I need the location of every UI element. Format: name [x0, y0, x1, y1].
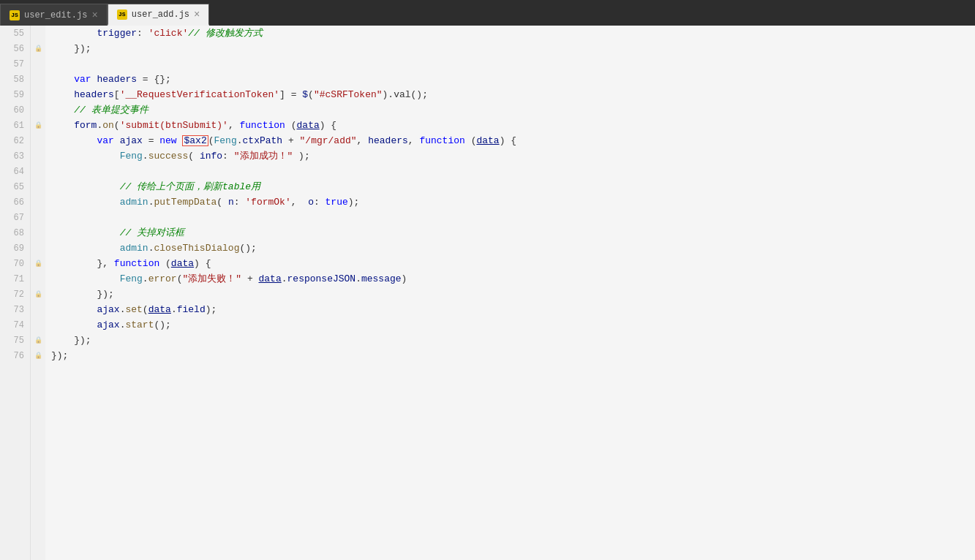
ln-62: 62	[9, 133, 24, 148]
code-line-73: ajax.set(data.field);	[51, 302, 975, 317]
gutter-75: 🔒	[31, 333, 45, 348]
gutter-76: 🔒	[31, 348, 45, 363]
ln-73: 73	[9, 302, 24, 317]
gutter-70: 🔒	[31, 256, 45, 271]
gutter: 🔒 🔒 🔒 🔒 🔒 🔒	[31, 26, 45, 560]
js-icon-user-edit: JS	[10, 10, 20, 20]
ln-68: 68	[9, 225, 24, 241]
code-line-57	[51, 56, 975, 72]
code-line-75: });	[51, 333, 975, 348]
tab-bar: JS user_edit.js × JS user_add.js ×	[0, 0, 975, 26]
gutter-69	[31, 241, 45, 256]
js-icon-user-add: JS	[117, 10, 127, 20]
ln-72: 72	[9, 287, 24, 302]
code-line-58: var headers = {};	[51, 72, 975, 87]
ln-65: 65	[9, 179, 24, 194]
ln-76: 76	[9, 348, 24, 363]
ln-67: 67	[9, 210, 24, 225]
ln-56: 56	[9, 41, 24, 56]
tab-close-user-add[interactable]: ×	[194, 10, 200, 20]
gutter-63	[31, 148, 45, 164]
gutter-60	[31, 102, 45, 118]
code-line-72: });	[51, 287, 975, 302]
gutter-62	[31, 133, 45, 148]
gutter-65	[31, 179, 45, 194]
tab-user-add[interactable]: JS user_add.js ×	[108, 4, 210, 26]
code-line-64	[51, 164, 975, 179]
gutter-73	[31, 302, 45, 317]
code-line-65: // 传给上个页面，刷新table用	[51, 179, 975, 194]
ln-60: 60	[9, 102, 24, 118]
line-numbers: 55 56 57 58 59 60 61 62 63 64 65 66 67 6…	[0, 26, 31, 560]
gutter-55	[31, 26, 45, 41]
highlight-ax2: $ax2	[182, 135, 208, 146]
ln-70: 70	[9, 256, 24, 271]
gutter-72: 🔒	[31, 287, 45, 302]
code-line-59: headers['__RequestVerificationToken'] = …	[51, 87, 975, 102]
gutter-59	[31, 87, 45, 102]
code-line-76: });	[51, 348, 975, 363]
tab-close-user-edit[interactable]: ×	[91, 10, 97, 20]
editor-container: JS user_edit.js × JS user_add.js × 55 56…	[0, 0, 975, 560]
ln-61: 61	[9, 118, 24, 133]
code-content[interactable]: trigger: 'click'// 修改触发方式 }); var header…	[45, 26, 975, 560]
code-line-62: var ajax = new $ax2(Feng.ctxPath + "/mgr…	[51, 133, 975, 148]
gutter-74	[31, 317, 45, 333]
code-editor: 55 56 57 58 59 60 61 62 63 64 65 66 67 6…	[0, 26, 975, 560]
gutter-71	[31, 271, 45, 287]
code-line-68: // 关掉对话框	[51, 225, 975, 241]
code-line-60: // 表单提交事件	[51, 102, 975, 118]
ln-59: 59	[9, 87, 24, 102]
ln-71: 71	[9, 271, 24, 287]
ln-57: 57	[9, 56, 24, 72]
gutter-58	[31, 72, 45, 87]
ln-69: 69	[9, 241, 24, 256]
gutter-56: 🔒	[31, 41, 45, 56]
code-line-71: Feng.error("添加失败！" + data.responseJSON.m…	[51, 271, 975, 287]
code-line-74: ajax.start();	[51, 317, 975, 333]
code-line-55: trigger: 'click'// 修改触发方式	[51, 26, 975, 41]
ln-63: 63	[9, 148, 24, 164]
code-line-66: admin.putTempData( n: 'formOk', o: true)…	[51, 194, 975, 210]
code-line-61: form.on('submit(btnSubmit)', function (d…	[51, 118, 975, 133]
code-line-67	[51, 210, 975, 225]
code-line-70: }, function (data) {	[51, 256, 975, 271]
code-line-63: Feng.success( info: "添加成功！" );	[51, 148, 975, 164]
gutter-67	[31, 210, 45, 225]
ln-64: 64	[9, 164, 24, 179]
ln-58: 58	[9, 72, 24, 87]
gutter-61: 🔒	[31, 118, 45, 133]
ln-75: 75	[9, 333, 24, 348]
gutter-68	[31, 225, 45, 241]
gutter-57	[31, 56, 45, 72]
tab-user-edit[interactable]: JS user_edit.js ×	[0, 4, 108, 26]
gutter-64	[31, 164, 45, 179]
code-line-69: admin.closeThisDialog();	[51, 241, 975, 256]
tab-label-user-add: user_add.js	[132, 10, 189, 20]
gutter-66	[31, 194, 45, 210]
tab-label-user-edit: user_edit.js	[24, 10, 87, 20]
ln-74: 74	[9, 317, 24, 333]
ln-55: 55	[9, 26, 24, 41]
ln-66: 66	[9, 194, 24, 210]
code-line-56: });	[51, 41, 975, 56]
